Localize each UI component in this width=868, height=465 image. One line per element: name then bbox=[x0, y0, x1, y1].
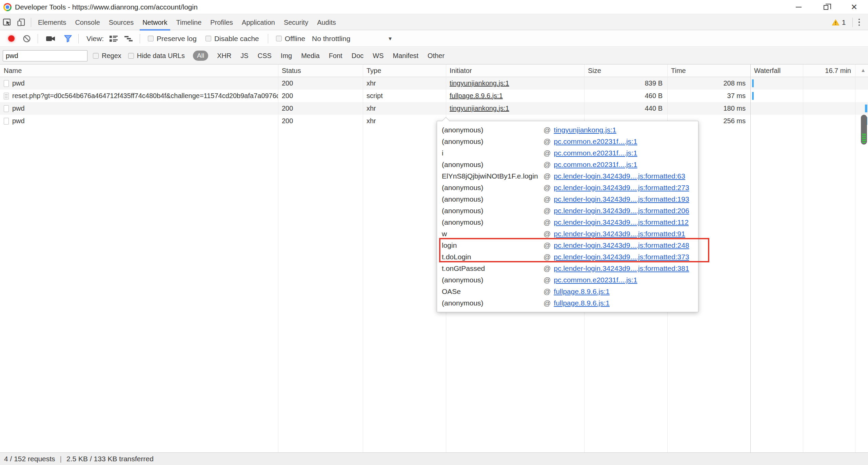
filter-type-manifest[interactable]: Manifest bbox=[393, 52, 418, 60]
column-header-status[interactable]: Status bbox=[278, 64, 363, 77]
restore-button[interactable] bbox=[812, 0, 840, 14]
request-time: 180 ms bbox=[667, 102, 750, 115]
kebab-menu-button[interactable] bbox=[855, 17, 864, 28]
at-symbol: @ bbox=[544, 287, 551, 296]
tab-application[interactable]: Application bbox=[237, 15, 279, 30]
record-button[interactable] bbox=[8, 35, 15, 42]
filter-type-other[interactable]: Other bbox=[428, 52, 445, 60]
frame-source-link[interactable]: pc.lender-login.34243d9....js:formatted:… bbox=[554, 184, 689, 192]
frame-source-link[interactable]: pc.lender-login.34243d9....js:formatted:… bbox=[554, 264, 689, 273]
stack-frame: (anonymous)@pc.lender-login.34243d9....j… bbox=[437, 193, 698, 205]
tab-profiles[interactable]: Profiles bbox=[206, 15, 237, 30]
hide-data-urls-group: Hide data URLs bbox=[128, 52, 185, 60]
clear-button[interactable] bbox=[23, 35, 31, 43]
inspect-element-icon bbox=[3, 18, 12, 27]
throttling-select[interactable]: No throttling ▼ bbox=[312, 35, 393, 43]
filter-type-js[interactable]: JS bbox=[240, 52, 248, 60]
filter-type-img[interactable]: Img bbox=[281, 52, 292, 60]
regex-checkbox[interactable] bbox=[93, 53, 99, 59]
window-titlebar: Developer Tools - https://www.dianrong.c… bbox=[0, 0, 868, 14]
large-rows-toggle[interactable] bbox=[109, 35, 118, 42]
close-button[interactable]: ✕ bbox=[840, 0, 868, 14]
divider bbox=[140, 34, 140, 43]
initiator-link[interactable]: tingyunjiankong.js:1 bbox=[450, 105, 509, 112]
preserve-log-group: Preserve log bbox=[148, 35, 197, 43]
request-name: pwd bbox=[12, 115, 25, 127]
table-row[interactable]: reset.php?gt=d0c564b676a464712f435ff74c4… bbox=[0, 90, 868, 102]
initiator-link[interactable]: tingyunjiankong.js:1 bbox=[450, 79, 509, 87]
warnings-badge[interactable]: 1 bbox=[832, 18, 850, 26]
tab-audits[interactable]: Audits bbox=[313, 15, 340, 30]
filter-type-ws[interactable]: WS bbox=[373, 52, 383, 60]
frame-source-link[interactable]: pc.lender-login.34243d9....js:formatted:… bbox=[554, 218, 689, 226]
tab-network[interactable]: Network bbox=[138, 15, 172, 30]
filter-type-media[interactable]: Media bbox=[301, 52, 319, 60]
frame-function: (anonymous) bbox=[442, 137, 544, 146]
table-row[interactable]: pwd 200 xhr tingyunjiankong.js:1 839 B 2… bbox=[0, 77, 868, 90]
disable-cache-label: Disable cache bbox=[214, 35, 259, 43]
overview-staircase-icon bbox=[124, 35, 133, 42]
scrollbar-up-arrow[interactable]: ▲ bbox=[861, 68, 866, 73]
tab-security[interactable]: Security bbox=[279, 15, 313, 30]
frame-source-link[interactable]: pc.common.e20231f....js:1 bbox=[554, 276, 637, 284]
frame-source-link[interactable]: fullpage.8.9.6.js:1 bbox=[554, 287, 610, 296]
filter-type-font[interactable]: Font bbox=[329, 52, 342, 60]
column-header-type[interactable]: Type bbox=[363, 64, 446, 77]
device-toolbar-button[interactable] bbox=[14, 15, 28, 30]
view-label: View: bbox=[86, 35, 104, 43]
frame-source-link[interactable]: pc.lender-login.34243d9....js:formatted:… bbox=[554, 195, 689, 203]
highlight-annotation-box bbox=[439, 238, 709, 262]
frame-function: (anonymous) bbox=[442, 207, 544, 215]
frame-function: (anonymous) bbox=[442, 161, 544, 169]
filter-type-all[interactable]: All bbox=[193, 51, 208, 61]
preserve-log-checkbox[interactable] bbox=[148, 36, 154, 41]
device-toolbar-icon bbox=[17, 18, 26, 27]
filter-button[interactable] bbox=[64, 35, 72, 42]
screenshot-button[interactable] bbox=[46, 35, 56, 42]
table-row[interactable]: pwd 200 xhr tingyunjiankong.js:1 440 B 1… bbox=[0, 102, 868, 115]
tab-console[interactable]: Console bbox=[71, 15, 104, 30]
stack-frame: (anonymous)@pc.lender-login.34243d9....j… bbox=[437, 182, 698, 193]
table-row[interactable]: pwd 200 xhr 256 ms bbox=[0, 115, 868, 127]
frame-function: (anonymous) bbox=[442, 218, 544, 226]
filter-type-css[interactable]: CSS bbox=[258, 52, 272, 60]
request-status: 200 bbox=[278, 102, 363, 115]
frame-source-link[interactable]: pc.common.e20231f....js:1 bbox=[554, 161, 637, 169]
offline-checkbox[interactable] bbox=[276, 36, 282, 41]
frame-source-link[interactable]: pc.common.e20231f....js:1 bbox=[554, 149, 637, 157]
request-size: 440 B bbox=[584, 102, 667, 115]
restore-icon bbox=[824, 5, 828, 10]
tab-sources[interactable]: Sources bbox=[104, 15, 138, 30]
frame-source-link[interactable]: pc.common.e20231f....js:1 bbox=[554, 137, 637, 146]
scrollbar-thumb[interactable] bbox=[861, 115, 867, 145]
warning-triangle-icon bbox=[832, 19, 840, 26]
at-symbol: @ bbox=[544, 264, 551, 273]
column-header-size[interactable]: Size bbox=[584, 64, 667, 77]
divider bbox=[31, 18, 31, 27]
column-header-time[interactable]: Time bbox=[667, 64, 750, 77]
frame-source-link[interactable]: pc.lender-login.34243d9....js:formatted:… bbox=[554, 172, 685, 180]
stack-frame: (anonymous)@fullpage.8.9.6.js:1 bbox=[437, 297, 698, 309]
filter-input[interactable] bbox=[3, 50, 87, 61]
frame-source-link[interactable]: tingyunjiankong.js:1 bbox=[554, 126, 616, 134]
frame-function: w bbox=[442, 230, 544, 238]
filter-type-doc[interactable]: Doc bbox=[352, 52, 364, 60]
tab-elements[interactable]: Elements bbox=[34, 15, 71, 30]
inspect-element-button[interactable] bbox=[0, 15, 14, 30]
overview-toggle[interactable] bbox=[124, 35, 133, 42]
frame-source-link[interactable]: fullpage.8.9.6.js:1 bbox=[554, 299, 610, 307]
hide-data-urls-checkbox[interactable] bbox=[128, 53, 134, 59]
initiator-link[interactable]: fullpage.8.9.6.js:1 bbox=[450, 92, 503, 99]
frame-source-link[interactable]: pc.lender-login.34243d9....js:formatted:… bbox=[554, 207, 689, 215]
request-status: 200 bbox=[278, 90, 363, 102]
column-header-initiator[interactable]: Initiator bbox=[446, 64, 584, 77]
minimize-button[interactable] bbox=[785, 0, 812, 14]
frame-source-link[interactable]: pc.lender-login.34243d9....js:formatted:… bbox=[554, 230, 685, 238]
filter-type-xhr[interactable]: XHR bbox=[217, 52, 231, 60]
transferred-summary: 2.5 KB / 133 KB transferred bbox=[66, 455, 154, 463]
request-size: 839 B bbox=[584, 77, 667, 90]
disable-cache-checkbox[interactable] bbox=[205, 36, 211, 41]
tab-timeline[interactable]: Timeline bbox=[172, 15, 206, 30]
divider bbox=[78, 34, 79, 43]
column-header-name[interactable]: Name bbox=[0, 64, 278, 77]
